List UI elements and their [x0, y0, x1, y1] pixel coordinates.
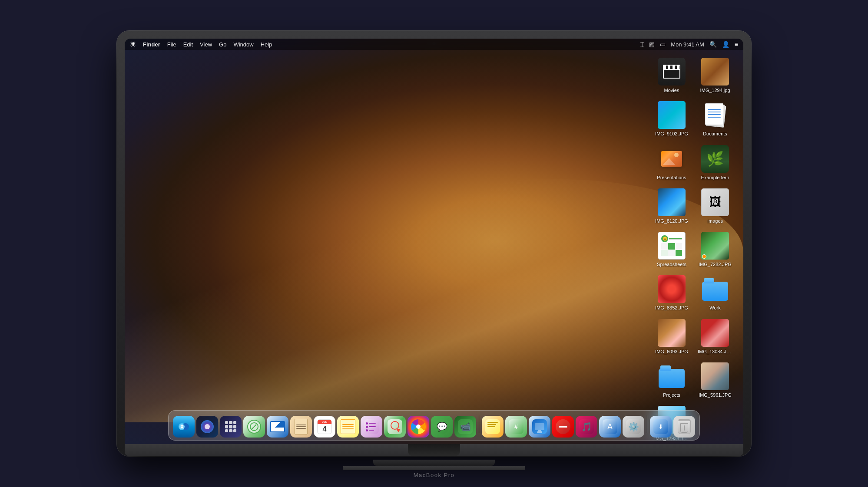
appstore-symbol: A	[607, 422, 613, 431]
img-6093-thumb	[658, 319, 686, 347]
doc-line-1	[708, 109, 721, 110]
icon-label-movies: Movies	[664, 87, 679, 93]
dock-app-downloads[interactable]: ⬇	[650, 416, 672, 438]
list-row	[366, 422, 376, 424]
img-9102-thumb	[658, 101, 686, 129]
dock-app-safari[interactable]	[243, 416, 265, 438]
icon-img-7282[interactable]: IMG_7282.JPG	[696, 230, 735, 269]
mail-flap	[271, 422, 284, 428]
icon-documents[interactable]: Documents	[696, 99, 735, 138]
icon-presentations[interactable]: Presentations	[652, 143, 691, 182]
menubar: ⌘ Finder File Edit View Go Window Help ⌶…	[125, 39, 743, 50]
menubar-finder[interactable]: Finder	[143, 41, 160, 48]
note-line	[296, 426, 306, 427]
dock-app-appstore[interactable]: A	[599, 416, 621, 438]
keynote-stand	[537, 430, 542, 433]
dock-app-dopont[interactable]	[552, 416, 574, 438]
dock-app-trash[interactable]	[673, 416, 695, 438]
menubar-help[interactable]: Help	[261, 41, 272, 48]
doc-lines	[708, 109, 721, 119]
dock-app-facetime[interactable]: 📹	[454, 416, 476, 438]
dock-app-notes[interactable]	[482, 416, 504, 438]
dock-app-lists[interactable]	[361, 416, 382, 438]
icon-img-8120[interactable]: IMG_8120.JPG	[652, 187, 691, 226]
user-icon[interactable]: 👤	[722, 41, 729, 48]
menubar-view[interactable]: View	[200, 41, 212, 48]
control-center-icon[interactable]: ≡	[735, 41, 738, 48]
icon-label-img-13084: IMG_13084.JPG	[698, 349, 732, 355]
battery-icon[interactable]: ▭	[660, 41, 666, 48]
empty-slot-1	[696, 404, 735, 443]
wifi-icon[interactable]: ⌶	[640, 41, 644, 48]
icon-label-documents: Documents	[703, 131, 727, 137]
dock-app-preferences[interactable]: ⚙️	[623, 416, 644, 438]
prefs-gear: ⚙️	[628, 421, 639, 432]
folder-work-shape	[702, 277, 728, 301]
dock-app-photos[interactable]	[407, 416, 429, 438]
menubar-file[interactable]: File	[167, 41, 176, 48]
dock-app-finder[interactable]	[173, 416, 195, 438]
dock-app-notefile[interactable]	[290, 416, 312, 438]
dock-app-keynote[interactable]	[529, 416, 550, 438]
icon-img-1294[interactable]: IMG_1294.jpg	[696, 56, 735, 95]
menubar-right: ⌶ ▨ ▭ Mon 9:41 AM 🔍 👤 ≡	[640, 41, 738, 48]
stickies-icon	[341, 419, 355, 434]
menubar-go[interactable]: Go	[219, 41, 226, 48]
icon-img-8352[interactable]: IMG_8352.JPG	[652, 273, 691, 313]
icon-movies[interactable]: Movies	[652, 56, 691, 95]
dock-app-maps[interactable]	[384, 416, 406, 438]
icon-example-fern[interactable]: 🌿 Example fern	[696, 143, 735, 182]
lp-dot	[229, 429, 232, 432]
svg-point-5	[181, 427, 183, 428]
icon-images[interactable]: 🖼 Images	[696, 187, 735, 226]
ss-face: 😊	[661, 235, 668, 242]
dock-app-mail[interactable]	[267, 416, 288, 438]
lp-dot	[233, 429, 236, 432]
pres-slide	[661, 151, 682, 167]
keynote-icon	[532, 419, 547, 434]
images-emoji: 🖼	[709, 195, 721, 209]
icon-img-9102[interactable]: IMG_9102.JPG	[652, 99, 691, 138]
ss-cell	[661, 250, 668, 257]
dock-app-calendar[interactable]: JUN 4	[314, 416, 335, 438]
dock-app-siri[interactable]	[196, 416, 218, 438]
menubar-edit[interactable]: Edit	[183, 41, 193, 48]
dock-app-music[interactable]: 🎵	[576, 416, 597, 438]
lp-dot	[225, 421, 228, 424]
appstore-icon: A	[603, 419, 617, 434]
search-icon[interactable]: 🔍	[709, 41, 717, 48]
display-icon[interactable]: ▨	[649, 41, 655, 48]
folder-tab-work	[704, 278, 714, 283]
icon-img-6093[interactable]: IMG_6093.JPG	[652, 317, 691, 356]
preferences-icon: ⚙️	[626, 419, 641, 434]
icon-spreadsheets[interactable]: 😊	[652, 230, 691, 269]
menubar-window[interactable]: Window	[233, 41, 253, 48]
macbook-frame: ⌘ Finder File Edit View Go Window Help ⌶…	[117, 31, 751, 456]
icon-img-13084[interactable]: IMG_13084.JPG	[696, 317, 735, 356]
notes-icon	[485, 419, 500, 434]
safari-icon	[247, 420, 261, 434]
dock-app-stickies[interactable]	[337, 416, 359, 438]
lp-dot	[225, 425, 228, 428]
desktop-wallpaper-overlay	[125, 179, 743, 422]
lp-dot	[225, 429, 228, 432]
dock-app-launchpad[interactable]	[220, 416, 242, 438]
presentations-graphic	[658, 145, 686, 173]
apple-menu[interactable]: ⌘	[130, 41, 136, 48]
icon-projects[interactable]: Projects	[652, 361, 691, 400]
downloads-icon: ⬇	[653, 419, 668, 434]
fern-emoji: 🌿	[706, 151, 724, 167]
icon-img-5961[interactable]: IMG_5961.JPG	[696, 361, 735, 400]
icon-work[interactable]: Work	[696, 273, 735, 313]
dock-app-messages[interactable]: 💬	[431, 416, 453, 438]
photos-center	[416, 424, 421, 429]
menubar-left: ⌘ Finder File Edit View Go Window Help	[130, 41, 272, 48]
music-note: 🎵	[581, 421, 592, 432]
dock-app-numbers[interactable]: #	[505, 416, 527, 438]
icon-label-img-8352: IMG_8352.JPG	[655, 305, 688, 311]
notefile-icon	[295, 419, 308, 434]
pres-slide-graphic	[658, 145, 686, 173]
documents-graphic	[701, 101, 729, 129]
projects-folder-graphic	[658, 362, 686, 390]
fern-icon-bg: 🌿	[701, 145, 729, 173]
